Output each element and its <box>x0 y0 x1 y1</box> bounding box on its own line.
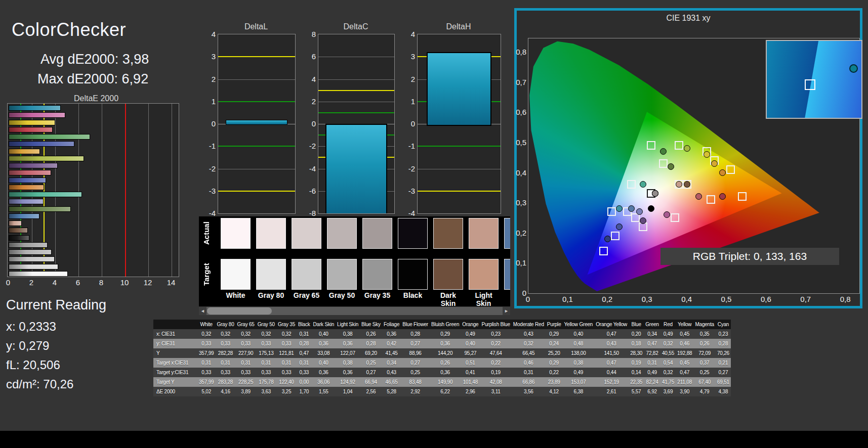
deltae-bar-blue-flower <box>9 199 44 204</box>
table-cell: 0,37 <box>693 358 716 368</box>
swatch-actual-gray-50[interactable] <box>327 218 357 249</box>
table-cell: 0,28 <box>360 339 382 348</box>
deltae-bar-gray-35 <box>9 242 48 248</box>
table-cell: 0,18 <box>629 339 644 348</box>
swatch-scrollbar[interactable]: ◄ ► <box>199 307 510 315</box>
deltae2000-chart-title: DeltaE 2000 <box>7 94 185 103</box>
table-row-target-x-cie31[interactable]: Target x:CIE310,310,310,310,310,310,310,… <box>153 358 731 368</box>
swatch-target-black[interactable] <box>398 259 428 290</box>
cie-1931-panel[interactable]: CIE 1931 xy RGB Triplet: 0, 133, 163 0,8… <box>514 8 862 308</box>
table-cell: 0,49 <box>660 329 676 339</box>
table-cell: 0,29 <box>430 329 461 339</box>
table-cell: 67,40 <box>693 377 716 387</box>
deltac-plot-area <box>318 34 395 214</box>
table-row-target-y-cie31[interactable]: Target y:CIE310,330,330,330,330,330,330,… <box>153 368 731 377</box>
target-point-bluish-green <box>627 180 636 189</box>
swatch-actual-blue-sky[interactable] <box>504 218 510 249</box>
axis-tick-label: 0,8 <box>838 295 853 303</box>
gridline <box>218 79 295 80</box>
table-cell: 4,16 <box>215 387 235 396</box>
swatch-target-light-skin[interactable] <box>469 259 499 290</box>
scroll-left-arrow[interactable]: ◄ <box>199 307 206 315</box>
column-header-blue-sky: Blue Sky <box>360 320 382 329</box>
scroll-right-arrow[interactable]: ► <box>503 307 510 315</box>
table-cell: 192,88 <box>676 348 693 358</box>
deltal-chart: DeltaL-4-3-2-101234 <box>200 22 298 227</box>
table-cell: 69,20 <box>360 348 382 358</box>
table-cell: 0,27 <box>401 339 430 348</box>
swatch-actual-gray-80[interactable] <box>256 218 286 249</box>
table-cell: 2,61 <box>594 387 629 396</box>
deltae-bar-blue-sky <box>9 213 39 219</box>
swatch-actual-black[interactable] <box>398 218 428 249</box>
table-cell: 0,33 <box>236 339 256 348</box>
axis-tick-label: 0,6 <box>758 295 773 303</box>
axis-tick-label: 0,5 <box>719 295 734 303</box>
avg-de2000-label: Avg dE2000: 3,98 <box>40 52 149 67</box>
deltal-title: DeltaL <box>218 22 295 31</box>
deltae-bar-orange-yellow <box>9 149 40 154</box>
swatch-target-blue-sky[interactable] <box>504 259 510 290</box>
axis-tick-label: 0,6 <box>515 108 526 116</box>
measured-point-blue <box>604 236 611 242</box>
swatch-actual-gray-35[interactable] <box>362 218 392 249</box>
table-cell: 4,38 <box>716 387 731 396</box>
deltae-bar-light-skin <box>9 220 22 226</box>
swatch-target-gray-80[interactable] <box>256 259 286 290</box>
axis-tick-label: 0,7 <box>515 78 526 86</box>
axis-tick-label: 8 <box>301 30 316 38</box>
table-cell: 0,31 <box>236 358 256 368</box>
scroll-thumb[interactable] <box>207 307 272 315</box>
table-cell: 0,45 <box>676 329 693 339</box>
table-row-y-cie31[interactable]: y: CIE310,330,330,330,330,330,280,360,36… <box>153 339 731 348</box>
column-header-white: White <box>197 320 215 329</box>
column-header-orange: Orange <box>461 320 480 329</box>
axis-tick-label: 0,2 <box>515 229 526 237</box>
axis-tick-label: 4 <box>301 75 316 83</box>
swatch-row-label-actual: Actual <box>202 219 212 248</box>
table-cell: 0,28 <box>401 329 430 339</box>
measured-point-blue-flower <box>636 208 643 215</box>
column-header-green: Green <box>644 320 660 329</box>
table-cell: 0,43 <box>512 329 546 339</box>
table-cell: 0,27 <box>716 368 731 377</box>
column-header-light-skin: Light Skin <box>336 320 360 329</box>
gridline <box>318 102 394 102</box>
deltae-bar-gray-80 <box>9 264 58 270</box>
swatch-target-white[interactable] <box>221 259 251 290</box>
deltah-plot-area <box>417 34 501 214</box>
table-cell: 0,49 <box>461 329 480 339</box>
table-cell: 0,34 <box>382 358 401 368</box>
swatch-actual-light-skin[interactable] <box>469 218 499 249</box>
table-cell: 0,24 <box>546 339 563 348</box>
table-row--e-2000[interactable]: ΔE 20005,024,163,893,633,251,701,551,042… <box>153 387 731 396</box>
rgb-triplet-readout: RGB Triplet: 0, 133, 163 <box>660 248 839 265</box>
deltae-bar-red <box>9 127 53 132</box>
table-cell: 144,20 <box>430 348 461 358</box>
swatch-actual-gray-65[interactable] <box>292 218 321 249</box>
table-cell: 41,75 <box>660 377 676 387</box>
deltae-bar-gray-50 <box>9 249 52 255</box>
table-cell: 211,08 <box>676 377 693 387</box>
swatch-target-gray-65[interactable] <box>292 259 321 290</box>
swatch-actual-dark-skin[interactable] <box>433 218 463 249</box>
axis-tick-label: 3 <box>200 52 216 61</box>
table-row-target-y[interactable]: Target Y357,99283,28228,25175,78122,400,… <box>153 377 731 387</box>
table-cell: 0,25 <box>401 368 430 377</box>
deltae-bar-green <box>9 134 90 140</box>
table-cell: 0,14 <box>629 368 644 377</box>
target-point-moderate-red <box>707 195 715 204</box>
swatch-target-gray-35[interactable] <box>362 259 392 290</box>
table-cell: 0,26 <box>693 339 716 348</box>
swatch-target-gray-50[interactable] <box>327 259 357 290</box>
table-row-y[interactable]: Y357,99282,28227,90175,13121,810,4733,08… <box>153 348 731 358</box>
swatch-target-dark-skin[interactable] <box>433 259 463 290</box>
table-row-x-cie31[interactable]: x: CIE310,320,320,320,320,320,310,400,38… <box>153 329 731 339</box>
table-cell: 0,51 <box>461 358 480 368</box>
swatch-actual-white[interactable] <box>221 218 251 249</box>
table-header-row: WhiteGray 80Gray 65Gray 50Gray 35BlackDa… <box>153 320 731 329</box>
target-point-orange <box>726 165 735 174</box>
table-cell: 0,31 <box>276 358 297 368</box>
table-cell: 0,32 <box>256 329 276 339</box>
deltae-bar-purple <box>9 163 58 168</box>
